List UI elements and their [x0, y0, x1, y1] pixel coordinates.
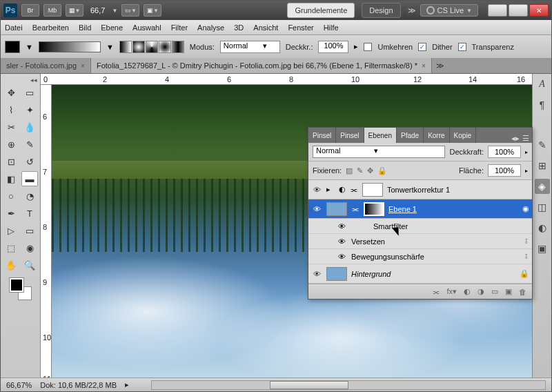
tab-pinsel[interactable]: Pinsel	[308, 128, 336, 143]
link-layers-icon[interactable]: ⫘	[432, 288, 440, 296]
status-arrow[interactable]: ▸	[125, 380, 129, 389]
menu-bearbeiten[interactable]: Bearbeiten	[32, 23, 69, 32]
collapse-icon[interactable]: ◂◂	[30, 77, 37, 84]
close-tab-icon[interactable]: ×	[81, 62, 85, 70]
document-tab-2[interactable]: Fotolia_15279687_L - © Dmitry Pichugin -…	[91, 58, 432, 73]
group-icon[interactable]: ▭	[491, 287, 498, 296]
shape-tool[interactable]: ▭	[21, 223, 38, 238]
view-extras-button[interactable]: ▦▼	[66, 4, 83, 17]
filter-mask-thumbnail[interactable]	[351, 221, 369, 232]
filter-mask-thumbnail[interactable]	[364, 202, 384, 216]
status-doc-info[interactable]: Dok: 10,6 MB/22,8 MB	[40, 381, 117, 389]
layer-name[interactable]: Hintergrund	[351, 270, 515, 278]
type-tool[interactable]: T	[21, 206, 38, 221]
maximize-button[interactable]: ☐	[509, 4, 528, 17]
tabs-overflow[interactable]: ≫	[432, 58, 448, 73]
close-tab-icon[interactable]: ×	[422, 62, 426, 70]
menu-bild[interactable]: Bild	[79, 23, 91, 32]
visibility-icon[interactable]: 👁	[336, 222, 347, 231]
menu-analyse[interactable]: Analyse	[197, 23, 224, 32]
layer-adjustment[interactable]: 👁 ▸ ◐ ⫘ Tonwertkorrektur 1	[308, 180, 532, 199]
layers-panel-icon[interactable]: ◈	[535, 179, 550, 194]
menu-3d[interactable]: 3D	[234, 23, 244, 32]
lock-position-icon[interactable]: ✥	[367, 166, 373, 175]
menu-auswahl[interactable]: Auswahl	[132, 23, 161, 32]
eyedropper-tool[interactable]: 💧	[21, 119, 38, 135]
layer-name[interactable]: Ebene 1	[388, 205, 518, 213]
tab-ebenen[interactable]: Ebenen	[364, 128, 397, 143]
lock-pixels-icon[interactable]: ✎	[357, 166, 363, 175]
gradient-preview[interactable]	[39, 41, 101, 52]
brush-tool[interactable]: ✎	[21, 137, 38, 152]
arrange-button[interactable]: ▭▼	[121, 4, 139, 17]
horizontal-scrollbar[interactable]	[151, 380, 546, 390]
menu-ansicht[interactable]: Ansicht	[253, 23, 278, 32]
workspace-grundelemente[interactable]: Grundelemente	[287, 3, 355, 18]
gradient-reflected[interactable]	[159, 41, 171, 53]
status-zoom[interactable]: 66,67%	[6, 381, 32, 389]
filter-blend-icon[interactable]: ⫱	[525, 237, 528, 246]
lasso-tool[interactable]: ⌇	[3, 102, 19, 117]
menu-filter[interactable]: Filter	[171, 23, 188, 32]
smartfilter-header[interactable]: 👁 Smartfilter	[308, 219, 532, 234]
minibridge-button[interactable]: Mb	[43, 4, 61, 17]
mask-thumbnail[interactable]	[362, 183, 383, 197]
filter-bewegung[interactable]: 👁 Bewegungsunschärfe ⫱	[308, 249, 532, 264]
zoom-tool[interactable]: 🔍	[21, 257, 38, 273]
visibility-icon[interactable]: 👁	[311, 270, 322, 278]
workspace-more[interactable]: ≫	[408, 6, 416, 15]
mode-select[interactable]: Normal ▾	[220, 41, 280, 53]
paths-panel-icon[interactable]: ◫	[535, 199, 550, 215]
minimize-button[interactable]: －	[488, 4, 507, 17]
adjustments-panel-icon[interactable]: ◐	[535, 220, 550, 235]
layer-thumbnail[interactable]	[326, 267, 347, 281]
marquee-tool[interactable]: ▭	[21, 85, 38, 100]
clone-panel-icon[interactable]: ⊞	[535, 158, 550, 173]
workspace-design[interactable]: Design	[362, 3, 400, 18]
gradient-linear[interactable]	[119, 41, 132, 53]
gradient-diamond[interactable]	[172, 41, 184, 53]
dither-checkbox[interactable]: ✓	[418, 43, 426, 51]
brush-panel-icon[interactable]: ✎	[535, 137, 550, 153]
layer-opacity-value[interactable]: 100%	[488, 146, 521, 158]
gradient-tool[interactable]: ▬	[21, 171, 38, 186]
move-tool[interactable]: ✥	[3, 85, 19, 100]
filter-blend-icon[interactable]: ⫱	[525, 253, 528, 261]
visibility-icon[interactable]: 👁	[311, 205, 322, 213]
link-icon[interactable]: ⫘	[350, 186, 358, 194]
character-panel-icon[interactable]: A	[535, 77, 550, 92]
new-layer-icon[interactable]: ▣	[505, 287, 512, 296]
history-brush-tool[interactable]: ↺	[21, 154, 38, 169]
zoom-dropdown[interactable]: ▼	[112, 8, 117, 14]
gradient-angle[interactable]	[146, 41, 158, 53]
adjustment-layer-icon[interactable]: ◑	[477, 287, 484, 296]
tab-korrekturen[interactable]: Korre	[424, 128, 449, 143]
panel-collapse-icon[interactable]: ◂▸	[511, 134, 520, 143]
eraser-tool[interactable]: ◧	[3, 171, 19, 186]
crop-tool[interactable]: ✂	[3, 119, 19, 135]
layer-hintergrund[interactable]: 👁 Hintergrund 🔒	[308, 264, 532, 284]
tab-kopie[interactable]: Kopie	[450, 128, 477, 143]
3d-tool[interactable]: ⬚	[3, 240, 19, 255]
visibility-icon[interactable]: 👁	[311, 186, 322, 194]
layer-fill-value[interactable]: 100%	[488, 164, 521, 177]
masks-panel-icon[interactable]: ▣	[535, 241, 550, 256]
visibility-icon[interactable]: 👁	[336, 253, 347, 261]
layer-ebene1[interactable]: 👁 ⫘ Ebene 1 ◉	[308, 199, 532, 219]
menu-hilfe[interactable]: Hilfe	[324, 23, 339, 32]
close-button[interactable]: ✕	[529, 4, 549, 17]
foreground-color[interactable]	[10, 278, 23, 292]
visibility-icon[interactable]: 👁	[336, 237, 347, 246]
transparency-checkbox[interactable]: ✓	[458, 43, 466, 51]
wand-tool[interactable]: ✦	[21, 102, 38, 117]
lock-transparency-icon[interactable]: ▨	[346, 166, 353, 175]
screen-mode-button[interactable]: ▣▼	[144, 4, 161, 17]
panel-menu-icon[interactable]: ☰	[522, 134, 529, 143]
hand-tool[interactable]: ✋	[3, 257, 19, 273]
blur-tool[interactable]: ○	[3, 188, 19, 204]
layer-fx-icon[interactable]: fx▾	[446, 287, 457, 296]
gradient-radial[interactable]	[132, 41, 145, 53]
document-tab-1[interactable]: sler - Fotolia.com.jpg×	[1, 58, 91, 73]
tool-preset[interactable]	[5, 41, 20, 53]
bridge-button[interactable]: Br	[21, 4, 39, 17]
